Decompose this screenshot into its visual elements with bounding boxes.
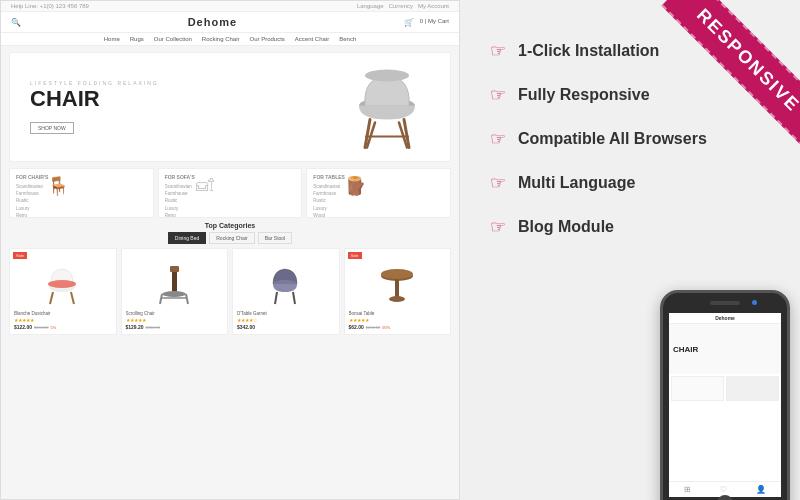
category-tables: For Tables ScandinavianFarmhouseRusticLu… xyxy=(306,168,451,218)
product-old-price-1: $134.00 xyxy=(34,325,48,330)
sale-badge-1: Sale xyxy=(13,252,27,259)
tab-bar-stool[interactable]: Bar Stool xyxy=(258,232,293,244)
helpline: Help Line: +1(0) 123 456 789 xyxy=(11,3,89,9)
tab-rocking-chair[interactable]: Rocking Chair xyxy=(209,232,254,244)
hero-section: Lifestyle Folding Relaxing CHAIR SHOP NO… xyxy=(9,52,451,162)
phone-product-1 xyxy=(671,376,724,401)
product-stars-1: ★★★★★ xyxy=(14,317,112,323)
product-card-1[interactable]: Sale Blanche Dustchair ★★★★★ $122.00 $13… xyxy=(9,248,117,335)
cat-tables-items: ScandinavianFarmhouseRusticLuxuryWood xyxy=(313,183,340,218)
svg-rect-11 xyxy=(170,266,179,272)
feature-icon-2: ☞ xyxy=(490,84,506,106)
phone-site-header: Dehome xyxy=(669,313,781,324)
product-price-1: $122.00 xyxy=(14,324,32,330)
hero-chair-image xyxy=(345,58,430,157)
phone-hero: CHAIR xyxy=(669,324,781,374)
chairs-icon: 🪑 xyxy=(47,175,69,218)
phone-nav-user-icon: 👤 xyxy=(756,485,766,494)
svg-line-8 xyxy=(50,292,53,304)
product-image-1 xyxy=(14,253,112,308)
search-icon: 🔍 xyxy=(11,18,21,27)
categories-strip: For Chair's ScandinavianFarmhouseRusticL… xyxy=(9,168,451,218)
product-card-2[interactable]: Scrolling Chair ★★★★★ $129.20 $392.00 xyxy=(121,248,229,335)
hero-title: CHAIR xyxy=(30,88,159,110)
category-chairs: For Chair's ScandinavianFarmhouseRusticL… xyxy=(9,168,154,218)
phone-hero-title: CHAIR xyxy=(673,345,698,354)
product-stars-3: ★★★★☆ xyxy=(237,317,335,323)
product-grid: Sale Blanche Dustchair ★★★★★ $122.00 $13… xyxy=(9,248,451,335)
cat-sofas-title: For Sofa's xyxy=(165,174,296,180)
product-name-4: Bonsai Table xyxy=(349,311,447,316)
tab-dining-bed[interactable]: Dining Bed xyxy=(168,232,206,244)
cat-tables-title: For Tables xyxy=(313,174,444,180)
phone-mockup: Dehome CHAIR ⊞ ♡ 👤 xyxy=(660,290,790,500)
tables-icon: 🪵 xyxy=(344,175,366,218)
phone-products xyxy=(669,374,781,403)
sofas-icon: 🛋 xyxy=(196,175,214,218)
site-logo: Dehome xyxy=(188,16,237,28)
product-name-3: D'Table Garnet xyxy=(237,311,335,316)
product-name-2: Scrolling Chair xyxy=(126,311,224,316)
cart-label: 0 | My Cart xyxy=(420,18,449,27)
product-price-2: $129.20 xyxy=(126,324,144,330)
nav-bench: Bench xyxy=(339,36,356,42)
ribbon-container: RESPONSIVE xyxy=(600,0,800,200)
website-preview: Help Line: +1(0) 123 456 789 Language Cu… xyxy=(0,0,460,500)
nav-collection: Our Collection xyxy=(154,36,192,42)
feature-text-5: Blog Module xyxy=(518,218,614,236)
nav-products: Our Products xyxy=(250,36,285,42)
product-price-3: $342.00 xyxy=(237,324,255,330)
phone-camera xyxy=(752,300,757,305)
site-nav: Home Rugs Our Collection Rocking Chair O… xyxy=(1,33,459,46)
phone-nav-heart-icon: ♡ xyxy=(720,485,727,494)
shop-now-button[interactable]: SHOP NOW xyxy=(30,122,74,134)
svg-rect-12 xyxy=(172,272,177,294)
phone-speaker xyxy=(710,301,740,305)
site-header: 🔍 Dehome 🛒 0 | My Cart xyxy=(1,12,459,33)
product-image-4 xyxy=(349,253,447,308)
product-stars-4: ★★★★★ xyxy=(349,317,447,323)
product-discount-4: 90% xyxy=(382,325,390,330)
topbar: Help Line: +1(0) 123 456 789 Language Cu… xyxy=(1,1,459,12)
phone-product-2 xyxy=(726,376,779,401)
chair-svg xyxy=(345,58,430,153)
cat-chairs-title: For Chair's xyxy=(16,174,147,180)
product-old-price-4: $263.00 xyxy=(366,325,380,330)
svg-line-9 xyxy=(71,292,74,304)
product-image-2 xyxy=(126,253,224,308)
hero-text: Lifestyle Folding Relaxing CHAIR SHOP NO… xyxy=(30,80,159,134)
product-card-4[interactable]: Sale Bonsai Table ★★★★★ $62.00 $263.00 9… xyxy=(344,248,452,335)
product-price-4: $62.00 xyxy=(349,324,364,330)
svg-point-10 xyxy=(48,280,76,288)
category-sofas: For Sofa's ScandinavianFarmhouseRusticLu… xyxy=(158,168,303,218)
feature-item-5: ☞ Blog Module xyxy=(490,216,770,238)
feature-icon-1: ☞ xyxy=(490,40,506,62)
top-categories-label: Top Categories xyxy=(1,222,459,229)
cart-icon: 🛒 xyxy=(404,18,414,27)
right-panel: RESPONSIVE ☞ 1-Click Installation ☞ Full… xyxy=(460,0,800,500)
svg-point-21 xyxy=(381,269,413,279)
responsive-ribbon: RESPONSIVE xyxy=(661,0,800,147)
phone-outer: Dehome CHAIR ⊞ ♡ 👤 xyxy=(660,290,790,500)
svg-point-1 xyxy=(365,70,409,82)
phone-screen: Dehome CHAIR ⊞ ♡ 👤 xyxy=(669,313,781,497)
phone-logo: Dehome xyxy=(715,315,735,321)
svg-line-19 xyxy=(293,292,295,304)
svg-line-14 xyxy=(160,294,162,304)
nav-rugs: Rugs xyxy=(130,36,144,42)
product-stars-2: ★★★★★ xyxy=(126,317,224,323)
svg-point-13 xyxy=(162,291,186,297)
svg-line-15 xyxy=(186,294,188,304)
feature-icon-3: ☞ xyxy=(490,128,506,150)
feature-icon-5: ☞ xyxy=(490,216,506,238)
product-card-3[interactable]: D'Table Garnet ★★★★☆ $342.00 xyxy=(232,248,340,335)
cat-chairs-items: ScandinavianFarmhouseRusticLuxuryRetro xyxy=(16,183,43,218)
phone-nav-home-icon: ⊞ xyxy=(684,485,691,494)
svg-line-18 xyxy=(275,292,277,304)
sale-badge-4: Sale xyxy=(348,252,362,259)
nav-home: Home xyxy=(104,36,120,42)
topbar-links: Language Currency My Account xyxy=(357,3,449,9)
category-tabs[interactable]: Dining Bed Rocking Chair Bar Stool xyxy=(1,232,459,244)
nav-rocking: Rocking Chair xyxy=(202,36,240,42)
product-name-1: Blanche Dustchair xyxy=(14,311,112,316)
